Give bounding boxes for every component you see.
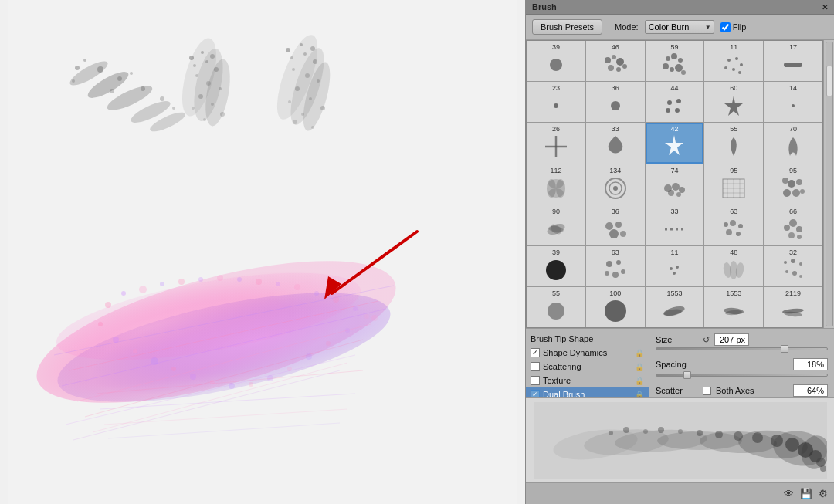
svg-point-109 (663, 63, 669, 69)
label-scattering: Scattering (543, 362, 581, 371)
brush-cell[interactable]: 63 (586, 246, 645, 286)
panel-close-icon[interactable]: ✕ (822, 3, 828, 12)
brush-cell[interactable]: 36 (586, 205, 645, 245)
flip-checkbox[interactable] (720, 22, 731, 32)
brush-cell[interactable]: 100 (586, 287, 645, 327)
brush-cell[interactable]: 11 (646, 246, 704, 286)
brush-presets-button[interactable]: Brush Presets (532, 19, 602, 35)
size-reset-button[interactable]: ↺ (703, 335, 710, 345)
checkbox-texture[interactable] (531, 376, 540, 385)
brush-cell[interactable]: 33 (586, 123, 645, 164)
brush-cell[interactable]: 14 (764, 82, 822, 122)
brush-cell[interactable]: 44 (646, 82, 704, 122)
svg-point-20 (201, 51, 204, 54)
svg-point-30 (192, 107, 195, 110)
settings-icon[interactable]: ⚙ (819, 488, 828, 499)
svg-point-106 (666, 56, 670, 61)
brush-cell[interactable]: 23 (527, 82, 585, 122)
svg-point-72 (276, 282, 280, 286)
size-slider-thumb[interactable] (781, 345, 788, 353)
option-shape-dynamics[interactable]: ✓ Shape Dynamics 🔒 (526, 346, 649, 360)
svg-point-182 (673, 272, 676, 275)
svg-point-216 (734, 431, 743, 441)
brush-cell[interactable]: 55 (527, 287, 585, 327)
brush-cell[interactable]: 36 (586, 82, 645, 122)
checkbox-scattering[interactable] (531, 362, 540, 371)
svg-point-38 (310, 46, 315, 51)
label-texture: Texture (543, 376, 571, 385)
brush-cell[interactable]: 39 (527, 246, 585, 286)
scrollbar-thumb[interactable] (826, 66, 832, 96)
brush-cell[interactable]: 46 (586, 41, 645, 81)
brush-cell[interactable]: 134 (586, 164, 645, 205)
brush-cell[interactable]: 95 (704, 164, 763, 205)
brush-cell[interactable]: 32 (764, 246, 822, 286)
brush-scrollbar[interactable] (823, 40, 834, 328)
brush-cell[interactable]: 63 (704, 205, 763, 245)
svg-point-217 (752, 432, 763, 443)
svg-point-73 (294, 284, 300, 290)
svg-point-76 (353, 306, 358, 311)
size-slider-track[interactable] (656, 347, 828, 352)
brush-cell[interactable]: 39 (527, 41, 585, 81)
svg-point-6 (75, 66, 80, 70)
checkbox-shape-dynamics[interactable]: ✓ (531, 348, 540, 357)
spacing-slider-thumb[interactable] (683, 371, 691, 379)
mode-select-wrapper[interactable]: Color Burn Normal Multiply Screen (645, 20, 714, 34)
spacing-slider-track[interactable] (656, 374, 828, 378)
svg-point-105 (622, 64, 627, 69)
svg-point-28 (198, 94, 203, 99)
spacing-label: Spacing (656, 360, 698, 369)
svg-point-37 (300, 43, 303, 46)
brush-cell[interactable]: 11 (704, 41, 763, 81)
brush-cell[interactable]: 74 (646, 164, 704, 205)
both-axes-checkbox[interactable] (703, 387, 711, 395)
svg-point-190 (792, 271, 797, 276)
brush-cell[interactable]: 17 (764, 41, 822, 81)
svg-point-167 (726, 229, 732, 235)
svg-point-150 (782, 178, 788, 184)
svg-point-68 (198, 277, 203, 282)
brush-cell[interactable]: 59 (646, 41, 704, 81)
canvas-area[interactable] (0, 0, 525, 504)
brush-cell[interactable]: 2119 (764, 287, 822, 327)
option-dual-brush[interactable]: ✓ Dual Brush 🔒 (526, 387, 649, 397)
brush-cell[interactable]: 66 (764, 205, 822, 245)
svg-point-169 (784, 225, 790, 231)
svg-rect-119 (784, 63, 802, 67)
scrollbar-track[interactable] (826, 42, 833, 326)
svg-point-115 (724, 66, 727, 69)
brush-cell[interactable]: 1553 (646, 287, 704, 327)
svg-point-82 (171, 367, 176, 371)
brush-cell[interactable]: 112 (527, 164, 585, 205)
svg-point-25 (195, 74, 198, 77)
svg-point-164 (724, 222, 728, 227)
svg-point-12 (160, 96, 164, 101)
option-texture[interactable]: Texture 🔒 (526, 374, 649, 387)
brush-cell[interactable]: 48 (704, 246, 763, 286)
brush-cell[interactable]: 42 (646, 123, 704, 164)
svg-point-92 (364, 314, 369, 319)
brush-cell[interactable]: 55 (704, 123, 763, 164)
svg-point-102 (616, 58, 624, 66)
svg-point-110 (670, 67, 674, 72)
svg-point-174 (546, 260, 566, 280)
brush-cell[interactable]: 90 (527, 205, 585, 245)
svg-point-218 (771, 435, 783, 447)
save-icon[interactable]: 💾 (800, 488, 812, 499)
brush-cell[interactable]: 70 (764, 123, 822, 164)
svg-point-191 (799, 275, 802, 278)
checkbox-dual-brush[interactable]: ✓ (531, 390, 540, 397)
brush-cell[interactable]: 26 (527, 123, 585, 164)
brush-cell[interactable]: 60 (704, 82, 763, 122)
eye-icon[interactable]: 👁 (784, 488, 794, 499)
option-scattering[interactable]: Scattering 🔒 (526, 360, 649, 374)
brush-grid: 39 46 (526, 40, 823, 328)
brush-cell[interactable]: 95 (764, 164, 822, 205)
mode-select[interactable]: Color Burn Normal Multiply Screen (645, 20, 714, 34)
brush-preview-svg (534, 402, 827, 479)
brush-cell[interactable]: 1553 (704, 287, 763, 327)
svg-point-9 (117, 76, 122, 81)
svg-point-69 (217, 275, 223, 281)
brush-cell[interactable]: 33 (646, 205, 704, 245)
